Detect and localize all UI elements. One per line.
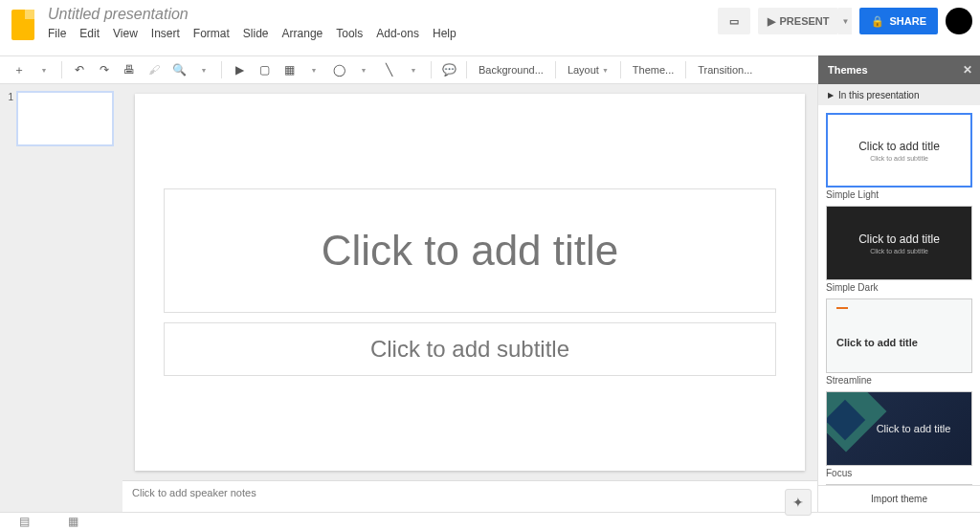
app-header: Untitled presentation File Edit View Ins… xyxy=(0,0,980,55)
theme-preview-subtitle: Click to add subtitle xyxy=(870,248,928,254)
title-placeholder[interactable]: Click to add title xyxy=(164,188,776,313)
toolbar-separator xyxy=(555,61,556,78)
present-button[interactable]: ▶ PRESENT xyxy=(758,8,839,34)
layout-button[interactable]: Layout▼ xyxy=(562,58,614,81)
menu-slide[interactable]: Slide xyxy=(243,27,269,40)
theme-preview[interactable]: Click to add title Click to add subtitle xyxy=(826,206,972,280)
menu-insert[interactable]: Insert xyxy=(151,27,180,40)
slide-canvas[interactable]: Click to add title Click to add subtitle xyxy=(135,94,805,471)
image-tool[interactable]: ▦ xyxy=(278,58,301,81)
menu-edit[interactable]: Edit xyxy=(79,27,100,40)
textbox-tool[interactable]: ▢ xyxy=(253,58,276,81)
comments-button[interactable]: ▭ xyxy=(718,8,750,34)
grid-view-icon[interactable]: ▦ xyxy=(68,515,78,528)
explore-icon: ✦ xyxy=(792,495,804,510)
theme-preview[interactable]: Click to add title xyxy=(826,391,972,466)
slide-thumbnail[interactable] xyxy=(17,92,113,145)
document-title[interactable]: Untitled presentation xyxy=(44,4,718,25)
theme-preview[interactable]: Click to add title xyxy=(826,298,972,373)
title-area: Untitled presentation File Edit View Ins… xyxy=(44,4,718,40)
speaker-notes-placeholder: Click to add speaker notes xyxy=(132,487,256,498)
slide-thumbnail-row: 1 xyxy=(6,92,117,145)
theme-preview[interactable]: Click to add title xyxy=(826,484,972,485)
theme-preview[interactable]: Click to add title Click to add subtitle xyxy=(826,113,972,188)
menu-format[interactable]: Format xyxy=(193,27,230,40)
filmstrip: 1 xyxy=(0,84,122,512)
themes-panel-title: Themes xyxy=(828,64,868,76)
share-button[interactable]: 🔒 SHARE xyxy=(859,8,938,34)
new-slide-button[interactable]: ＋ xyxy=(8,58,31,81)
toolbar-separator xyxy=(620,61,621,78)
themes-list: Click to add title Click to add subtitle… xyxy=(818,105,980,485)
header-actions: ▭ ▶ PRESENT ▼ 🔒 SHARE xyxy=(718,4,972,34)
subtitle-placeholder-text: Click to add subtitle xyxy=(370,336,569,363)
redo-button[interactable]: ↷ xyxy=(93,58,116,81)
menu-file[interactable]: File xyxy=(48,27,66,40)
canvas-area: Click to add title Click to add subtitle… xyxy=(122,84,817,512)
theme-name: Simple Dark xyxy=(826,282,972,293)
theme-card-simple-dark: Click to add title Click to add subtitle… xyxy=(826,206,972,293)
background-button[interactable]: Background... xyxy=(473,58,549,81)
menu-help[interactable]: Help xyxy=(433,27,457,40)
theme-name: Simple Light xyxy=(826,189,972,200)
themes-panel-section[interactable]: ▶ In this presentation xyxy=(818,84,980,105)
theme-card-streamline: Click to add title Streamline xyxy=(826,298,972,386)
theme-preview-title: Click to add title xyxy=(848,423,951,434)
themes-panel-header: Themes ✕ xyxy=(818,55,980,84)
comment-icon: ▭ xyxy=(729,15,739,28)
zoom-button[interactable]: 🔍 xyxy=(167,58,190,81)
toolbar-separator xyxy=(431,61,432,78)
explore-button[interactable]: ✦ xyxy=(785,489,812,516)
shape-tool[interactable]: ◯ xyxy=(327,58,350,81)
themes-panel: Themes ✕ ▶ In this presentation Click to… xyxy=(817,55,980,512)
slide-number: 1 xyxy=(6,92,13,145)
line-tool[interactable]: ╲ xyxy=(377,58,400,81)
theme-name: Focus xyxy=(826,468,972,478)
paint-format-button[interactable]: 🖌 xyxy=(143,58,166,81)
themes-section-label: In this presentation xyxy=(838,90,920,100)
account-avatar[interactable] xyxy=(946,8,972,34)
new-slide-dropdown[interactable]: ▼ xyxy=(33,58,56,81)
app-logo[interactable] xyxy=(8,4,38,46)
footer-bar: ▤ ▦ xyxy=(0,512,980,530)
select-tool[interactable]: ▶ xyxy=(228,58,251,81)
lock-icon: 🔒 xyxy=(871,15,884,28)
menu-arrange[interactable]: Arrange xyxy=(282,27,323,40)
share-label: SHARE xyxy=(889,15,926,27)
canvas-inner: Click to add title Click to add subtitle xyxy=(122,84,817,480)
image-dropdown[interactable]: ▼ xyxy=(302,58,325,81)
menu-bar: File Edit View Insert Format Slide Arran… xyxy=(44,25,718,40)
undo-button[interactable]: ↶ xyxy=(68,58,91,81)
theme-button[interactable]: Theme... xyxy=(627,58,679,81)
menu-view[interactable]: View xyxy=(113,27,138,40)
subtitle-placeholder[interactable]: Click to add subtitle xyxy=(164,322,776,376)
title-placeholder-text: Click to add title xyxy=(322,227,619,275)
theme-name: Streamline xyxy=(826,375,972,386)
import-theme-button[interactable]: Import theme xyxy=(818,485,980,512)
slides-logo-icon xyxy=(11,10,34,40)
theme-preview-title: Click to add title xyxy=(836,337,918,348)
filmstrip-view-icon[interactable]: ▤ xyxy=(19,515,30,528)
comment-tool[interactable]: 💬 xyxy=(437,58,460,81)
present-dropdown[interactable]: ▼ xyxy=(838,8,852,34)
toolbar-separator xyxy=(466,61,467,78)
menu-tools[interactable]: Tools xyxy=(336,27,363,40)
menu-addons[interactable]: Add-ons xyxy=(376,27,419,40)
theme-preview-title: Click to add title xyxy=(858,140,940,153)
play-icon: ▶ xyxy=(768,15,775,28)
print-button[interactable]: 🖶 xyxy=(118,58,141,81)
present-label: PRESENT xyxy=(780,15,830,27)
theme-preview-title: Click to add title xyxy=(858,232,940,246)
transition-button[interactable]: Transition... xyxy=(692,58,758,81)
main-area: 1 Click to add title Click to add subtit… xyxy=(0,84,980,512)
theme-preview-subtitle: Click to add subtitle xyxy=(870,155,928,162)
zoom-dropdown[interactable]: ▼ xyxy=(192,58,215,81)
chevron-right-icon: ▶ xyxy=(828,91,834,99)
toolbar-separator xyxy=(61,61,62,78)
speaker-notes[interactable]: Click to add speaker notes ✦ xyxy=(122,480,817,512)
theme-card-focus: Click to add title Focus xyxy=(826,391,972,478)
shape-dropdown[interactable]: ▼ xyxy=(352,58,375,81)
line-dropdown[interactable]: ▼ xyxy=(402,58,425,81)
theme-card-next: Click to add title xyxy=(826,484,972,485)
close-icon[interactable]: ✕ xyxy=(963,63,972,77)
